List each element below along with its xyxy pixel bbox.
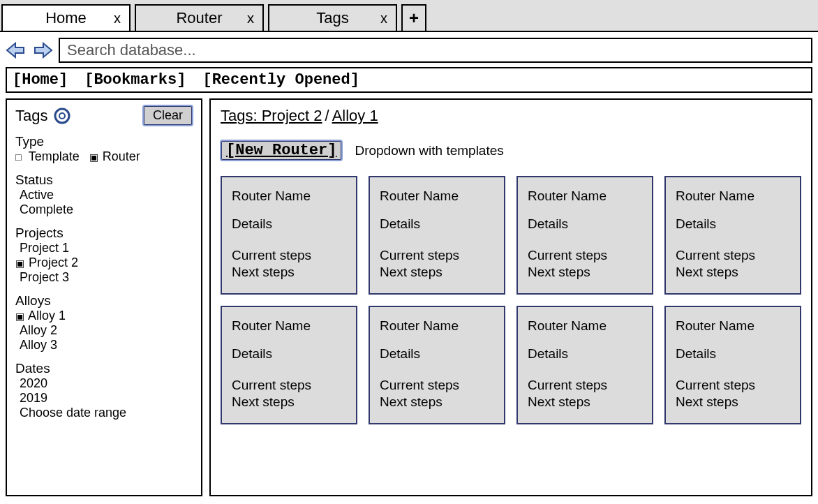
tab-label: Home	[45, 9, 87, 27]
card-details: Details	[676, 216, 790, 232]
card-details: Details	[528, 216, 642, 232]
filter-status-active[interactable]: Active	[20, 188, 193, 202]
filter-type-heading: Type	[15, 134, 193, 149]
card-next-steps: Next steps	[676, 264, 790, 281]
card-name: Router Name	[380, 188, 494, 204]
search-placeholder: Search database...	[67, 41, 196, 59]
card-name: Router Name	[528, 318, 642, 334]
card-next-steps: Next steps	[676, 394, 790, 410]
card-current-steps: Current steps	[528, 247, 642, 264]
close-icon[interactable]: x	[380, 10, 387, 27]
router-card-grid: Router NameDetailsCurrent stepsNext step…	[221, 176, 801, 424]
card-name: Router Name	[676, 188, 790, 204]
router-card[interactable]: Router NameDetailsCurrent stepsNext step…	[369, 306, 505, 424]
close-icon[interactable]: x	[247, 10, 254, 27]
nav-home[interactable]: [Home]	[13, 71, 68, 89]
breadcrumb-leaf[interactable]: Alloy 1	[332, 107, 378, 124]
router-card[interactable]: Router NameDetailsCurrent stepsNext step…	[516, 306, 653, 424]
search-input[interactable]: Search database...	[59, 38, 812, 63]
filter-alloy-2[interactable]: Alloy 2	[20, 323, 193, 338]
sidebar: Tags Clear Type □ Template ▣ Router Stat…	[6, 98, 202, 496]
filter-date-range[interactable]: Choose date range	[20, 406, 193, 420]
card-details: Details	[232, 346, 346, 362]
filter-alloys-heading: Alloys	[15, 293, 193, 309]
filter-project-3[interactable]: Project 3	[20, 270, 193, 285]
sidebar-title: Tags	[15, 107, 47, 125]
filter-dates-heading: Dates	[15, 361, 193, 376]
close-icon[interactable]: x	[114, 10, 121, 27]
filter-project-2[interactable]: ▣ Project 2	[15, 255, 193, 270]
card-next-steps: Next steps	[232, 264, 346, 281]
breadcrumb: Tags: Project 2/Alloy 1	[221, 107, 801, 125]
router-card[interactable]: Router NameDetailsCurrent stepsNext step…	[369, 176, 505, 295]
card-current-steps: Current steps	[232, 247, 346, 264]
card-details: Details	[232, 216, 346, 232]
card-details: Details	[380, 346, 494, 362]
nav-bookmarks[interactable]: [Bookmarks]	[84, 71, 186, 89]
card-details: Details	[528, 346, 642, 362]
add-tab-button[interactable]: +	[401, 4, 426, 31]
filter-alloy-1[interactable]: ▣ Alloy 1	[15, 309, 193, 323]
filter-type-template[interactable]: □ Template	[15, 149, 80, 164]
card-current-steps: Current steps	[676, 377, 790, 394]
checkbox-icon: ▣	[15, 258, 25, 269]
tab-label: Router	[176, 9, 222, 27]
card-current-steps: Current steps	[380, 377, 494, 394]
router-card[interactable]: Router NameDetailsCurrent stepsNext step…	[221, 176, 357, 295]
card-current-steps: Current steps	[232, 377, 346, 394]
card-name: Router Name	[232, 188, 346, 204]
tab-home[interactable]: Home x	[1, 4, 131, 31]
tab-strip: Home x Router x Tags x +	[0, 0, 818, 32]
card-name: Router Name	[380, 318, 494, 334]
breadcrumb-sep: /	[322, 107, 332, 125]
card-name: Router Name	[528, 188, 642, 204]
svg-point-1	[59, 113, 65, 119]
main-panel: Tags: Project 2/Alloy 1 [New Router] Dro…	[209, 98, 812, 496]
card-name: Router Name	[676, 318, 790, 334]
nav-recently-opened[interactable]: [Recently Opened]	[202, 71, 359, 89]
card-current-steps: Current steps	[528, 377, 642, 394]
filter-alloy-3[interactable]: Alloy 3	[20, 338, 193, 353]
tab-label: Tags	[316, 9, 348, 27]
svg-point-0	[55, 109, 69, 123]
tab-router[interactable]: Router x	[135, 4, 264, 31]
router-card[interactable]: Router NameDetailsCurrent stepsNext step…	[664, 306, 801, 424]
checkbox-icon: □	[15, 151, 25, 163]
plus-icon: +	[409, 8, 419, 28]
card-name: Router Name	[232, 318, 346, 334]
card-current-steps: Current steps	[380, 247, 494, 264]
card-next-steps: Next steps	[528, 394, 642, 410]
forward-arrow-icon[interactable]	[32, 42, 53, 59]
card-next-steps: Next steps	[380, 394, 494, 410]
filter-status-heading: Status	[15, 172, 193, 188]
filter-date-2020[interactable]: 2020	[20, 376, 193, 391]
checkbox-icon: ▣	[89, 151, 99, 163]
checkbox-icon: ▣	[15, 311, 25, 322]
filter-date-2019[interactable]: 2019	[20, 391, 193, 406]
filter-status-complete[interactable]: Complete	[20, 202, 193, 217]
filter-type-router[interactable]: ▣ Router	[89, 149, 140, 164]
card-details: Details	[380, 216, 494, 232]
gear-icon[interactable]	[53, 107, 71, 125]
card-next-steps: Next steps	[232, 394, 346, 410]
card-current-steps: Current steps	[676, 247, 790, 264]
new-router-button[interactable]: [New Router]	[221, 140, 342, 161]
router-card[interactable]: Router NameDetailsCurrent stepsNext step…	[221, 306, 357, 424]
card-details: Details	[676, 346, 790, 362]
card-next-steps: Next steps	[528, 264, 642, 281]
clear-button[interactable]: Clear	[143, 105, 193, 126]
template-dropdown-note[interactable]: Dropdown with templates	[355, 143, 503, 158]
breadcrumb-root[interactable]: Tags: Project 2	[221, 107, 322, 124]
toolbar: Search database...	[0, 32, 818, 67]
back-arrow-icon[interactable]	[6, 42, 27, 59]
router-card[interactable]: Router NameDetailsCurrent stepsNext step…	[664, 176, 801, 295]
router-card[interactable]: Router NameDetailsCurrent stepsNext step…	[516, 176, 653, 295]
card-next-steps: Next steps	[380, 264, 494, 281]
filter-projects-heading: Projects	[15, 225, 193, 241]
tab-tags[interactable]: Tags x	[268, 4, 397, 31]
secondary-nav: [Home] [Bookmarks] [Recently Opened]	[6, 67, 812, 93]
filter-project-1[interactable]: Project 1	[20, 241, 193, 255]
